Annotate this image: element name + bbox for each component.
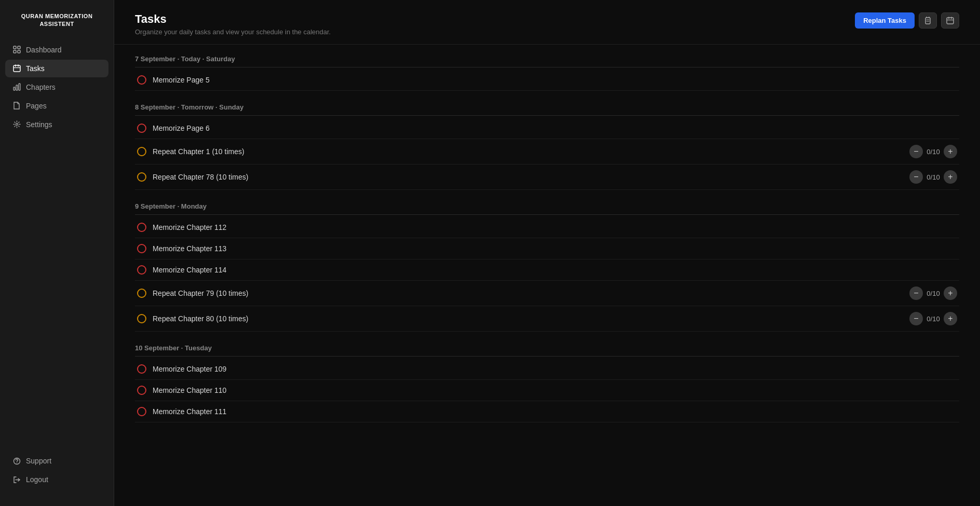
counter-decrement-button[interactable]: −: [909, 170, 923, 184]
task-checkbox[interactable]: [137, 265, 146, 275]
page-subtitle: Organize your daily tasks and view your …: [135, 28, 331, 36]
file-icon: [12, 102, 21, 110]
sidebar-item-logout[interactable]: Logout: [5, 471, 108, 488]
task-left: Repeat Chapter 80 (10 times): [137, 314, 248, 323]
task-label: Memorize Chapter 111: [153, 407, 226, 416]
day-header-sep10: 10 September · Tuesday: [135, 344, 959, 357]
header-actions: Replan Tasks: [855, 12, 959, 29]
counter-increment-button[interactable]: +: [944, 286, 957, 300]
task-item: Memorize Chapter 110: [135, 380, 959, 401]
counter-value: 0/10: [926, 290, 941, 297]
task-left: Repeat Chapter 79 (10 times): [137, 289, 248, 298]
sidebar-item-support-label: Support: [26, 457, 51, 465]
counter-increment-button[interactable]: +: [944, 170, 957, 184]
task-left: Memorize Chapter 113: [137, 244, 226, 253]
task-checkbox[interactable]: [137, 289, 146, 298]
task-item: Repeat Chapter 79 (10 times) − 0/10 +: [135, 281, 959, 306]
svg-rect-4: [13, 65, 20, 72]
task-checkbox[interactable]: [137, 223, 146, 232]
counter-increment-button[interactable]: +: [944, 312, 957, 325]
day-header-sep8: 8 September · Tomorrow · Sunday: [135, 103, 959, 116]
task-label: Repeat Chapter 78 (10 times): [153, 173, 248, 181]
task-label: Memorize Chapter 110: [153, 386, 226, 394]
sidebar: QURAN MEMORIZATION ASSISTENT Dashboard: [0, 0, 114, 506]
svg-point-13: [16, 462, 17, 463]
counter-increment-button[interactable]: +: [944, 145, 957, 158]
task-label: Memorize Chapter 112: [153, 223, 226, 231]
task-checkbox[interactable]: [137, 75, 146, 85]
task-label: Memorize Chapter 114: [153, 266, 226, 274]
bar-chart-icon: [12, 83, 21, 91]
svg-rect-15: [925, 18, 930, 24]
replan-tasks-button[interactable]: Replan Tasks: [855, 12, 915, 29]
svg-rect-10: [19, 84, 20, 90]
calendar-icon: [12, 64, 21, 73]
clipboard-icon-button[interactable]: [919, 12, 937, 29]
grid-icon: [12, 46, 21, 54]
task-item: Memorize Chapter 112: [135, 217, 959, 238]
task-checkbox[interactable]: [137, 244, 146, 253]
task-item: Memorize Page 6: [135, 118, 959, 139]
day-section-sep9: 9 September · Monday Memorize Chapter 11…: [135, 202, 959, 332]
svg-rect-18: [947, 18, 954, 24]
sidebar-item-logout-label: Logout: [26, 475, 48, 484]
task-checkbox[interactable]: [137, 386, 146, 395]
sidebar-item-pages-label: Pages: [26, 102, 47, 110]
day-header-sep9: 9 September · Monday: [135, 202, 959, 215]
task-left: Repeat Chapter 78 (10 times): [137, 172, 248, 182]
task-label: Memorize Page 6: [153, 124, 210, 132]
task-left: Memorize Chapter 109: [137, 364, 226, 374]
svg-rect-0: [13, 46, 16, 49]
task-checkbox[interactable]: [137, 147, 146, 156]
svg-rect-2: [13, 50, 16, 53]
task-left: Memorize Chapter 110: [137, 386, 226, 395]
help-circle-icon: [12, 457, 21, 465]
task-left: Memorize Page 5: [137, 75, 210, 85]
counter-decrement-button[interactable]: −: [909, 312, 923, 325]
svg-rect-9: [16, 85, 18, 90]
counter-decrement-button[interactable]: −: [909, 145, 923, 158]
sidebar-nav: Dashboard Tasks C: [0, 41, 114, 447]
tasks-list: 7 September · Today · Saturday Memorize …: [114, 45, 980, 506]
sidebar-item-settings-label: Settings: [26, 120, 52, 129]
sidebar-item-tasks[interactable]: Tasks: [5, 60, 108, 77]
counter-decrement-button[interactable]: −: [909, 286, 923, 300]
sidebar-item-support[interactable]: Support: [5, 452, 108, 470]
task-checkbox[interactable]: [137, 172, 146, 182]
task-counter: − 0/10 +: [909, 286, 957, 300]
svg-rect-1: [18, 46, 20, 49]
task-left: Memorize Chapter 112: [137, 223, 226, 232]
task-item: Memorize Page 5: [135, 70, 959, 91]
svg-rect-8: [13, 87, 15, 90]
main-content: Tasks Organize your daily tasks and view…: [114, 0, 980, 506]
calendar-view-button[interactable]: [941, 12, 959, 29]
day-section-sep8: 8 September · Tomorrow · Sunday Memorize…: [135, 103, 959, 190]
counter-value: 0/10: [926, 148, 941, 156]
sidebar-item-chapters[interactable]: Chapters: [5, 78, 108, 96]
task-left: Memorize Chapter 114: [137, 265, 226, 275]
sidebar-item-dashboard[interactable]: Dashboard: [5, 41, 108, 59]
page-title: Tasks: [135, 12, 331, 26]
sidebar-item-pages[interactable]: Pages: [5, 97, 108, 115]
task-item: Memorize Chapter 109: [135, 359, 959, 380]
counter-value: 0/10: [926, 315, 941, 323]
task-left: Memorize Page 6: [137, 124, 210, 133]
task-checkbox[interactable]: [137, 364, 146, 374]
task-checkbox[interactable]: [137, 124, 146, 133]
task-checkbox[interactable]: [137, 314, 146, 323]
sidebar-item-settings[interactable]: Settings: [5, 116, 108, 133]
task-counter: − 0/10 +: [909, 145, 957, 158]
day-header-sep7: 7 September · Today · Saturday: [135, 55, 959, 67]
header-left: Tasks Organize your daily tasks and view…: [135, 12, 331, 36]
page-header: Tasks Organize your daily tasks and view…: [114, 0, 980, 45]
task-label: Memorize Page 5: [153, 76, 210, 84]
gear-icon: [12, 120, 21, 129]
day-section-sep7: 7 September · Today · Saturday Memorize …: [135, 55, 959, 91]
task-checkbox[interactable]: [137, 407, 146, 416]
task-item: Memorize Chapter 111: [135, 401, 959, 422]
task-counter: − 0/10 +: [909, 170, 957, 184]
task-label: Repeat Chapter 80 (10 times): [153, 314, 248, 323]
logout-icon: [12, 475, 21, 484]
task-label: Memorize Chapter 109: [153, 365, 226, 373]
svg-rect-3: [18, 50, 20, 53]
